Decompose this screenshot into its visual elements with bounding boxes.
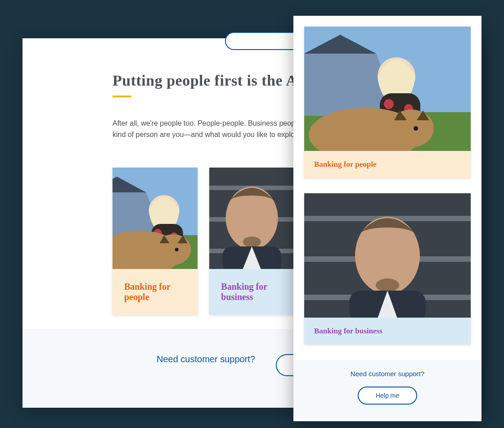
heading-accent-rule <box>112 96 131 97</box>
mobile-preview: Banking for people Banking for business … <box>293 16 482 421</box>
svg-point-43 <box>376 278 399 292</box>
card-image-woman-with-dog <box>304 27 471 151</box>
svg-point-9 <box>155 234 191 265</box>
svg-point-34 <box>389 109 434 147</box>
card-caption: Banking for business <box>209 269 294 315</box>
card-banking-for-people[interactable]: Banking for people <box>304 27 471 178</box>
svg-point-37 <box>414 126 418 131</box>
support-text: Need customer support? <box>293 370 482 378</box>
card-banking-for-business[interactable]: Banking for business <box>209 168 294 315</box>
card-caption: Banking for people <box>112 269 198 315</box>
mobile-support-footer: Need customer support? Help me <box>293 360 482 419</box>
help-me-button[interactable]: Help me <box>358 387 417 405</box>
card-image-businessman <box>304 193 471 318</box>
svg-point-12 <box>175 248 179 251</box>
card-caption: Banking for business <box>304 318 471 345</box>
card-image-woman-with-dog <box>112 168 198 269</box>
card-banking-for-business[interactable]: Banking for business <box>304 193 471 345</box>
card-banking-for-people[interactable]: Banking for people <box>112 168 198 315</box>
card-image-businessman <box>209 168 294 269</box>
svg-point-31 <box>384 99 394 109</box>
svg-point-18 <box>243 237 261 247</box>
support-text: Need customer support? <box>157 354 255 364</box>
card-caption: Banking for people <box>304 151 471 178</box>
